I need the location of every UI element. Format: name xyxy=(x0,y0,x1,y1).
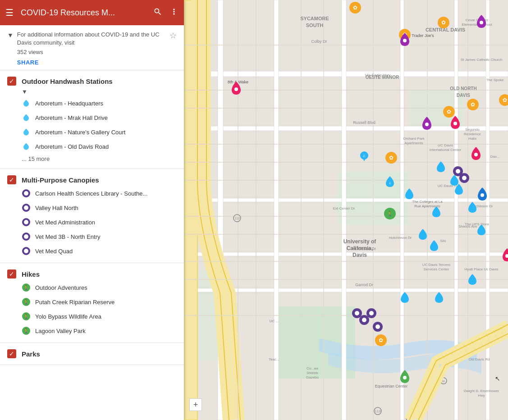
svg-point-129 xyxy=(453,122,457,125)
search-icon[interactable] xyxy=(153,7,162,18)
svg-text:Equestrian Center: Equestrian Center xyxy=(375,384,408,388)
map-background: Colby Dr Russell Blvd Hutchison Dr Garro… xyxy=(184,0,508,420)
svg-text:Ext Center Dr: Ext Center Dr xyxy=(333,206,355,210)
svg-point-131 xyxy=(480,21,483,24)
map-container[interactable]: Colby Dr Russell Blvd Hutchison Dr Garro… xyxy=(184,0,508,420)
svg-text:113: 113 xyxy=(375,409,381,413)
list-item[interactable]: 🚶 Outdoor Adventures xyxy=(0,280,184,295)
hiker-icon: 🚶 xyxy=(22,312,31,321)
location-name: Lagoon Valley Park xyxy=(35,328,86,334)
category-outdoor-handwash: ✓ Outdoor Handwash Stations ▼ Arboretum … xyxy=(0,70,184,169)
svg-text:✿: ✿ xyxy=(503,97,507,103)
water-icon xyxy=(22,99,31,108)
svg-text:UC Davis: UC Davis xyxy=(438,143,453,147)
list-item[interactable]: Arboretum - Mrak Hall Drive xyxy=(0,110,184,125)
list-item[interactable]: Vet Med Quad xyxy=(0,244,184,258)
checkbox-hikes[interactable]: ✓ xyxy=(7,269,16,278)
expand-handwash[interactable]: ▼ xyxy=(0,87,184,96)
svg-text:California,: California, xyxy=(347,245,373,251)
svg-point-117 xyxy=(355,311,359,315)
svg-point-123 xyxy=(375,324,380,329)
list-item[interactable]: Vet Med 3B - North Entry xyxy=(0,229,184,244)
more-options-icon[interactable] xyxy=(169,7,178,18)
list-item[interactable]: Valley Hall North xyxy=(0,201,184,215)
info-text: For additional information about COVID-1… xyxy=(17,31,166,47)
svg-text:Teac...: Teac... xyxy=(269,357,279,361)
list-item[interactable]: Arboretum - Nature's Gallery Court xyxy=(0,125,184,139)
category-parks: ✓ Parks xyxy=(0,343,184,365)
category-title-handwash: Outdoor Handwash Stations xyxy=(22,78,177,85)
svg-text:Hyatt Place Uc Davis: Hyatt Place Uc Davis xyxy=(464,267,498,271)
category-header-parks: ✓ Parks xyxy=(0,347,184,360)
checkbox-canopies[interactable]: ✓ xyxy=(7,175,16,184)
svg-text:Vic Fazio Hwy: Vic Fazio Hwy xyxy=(365,73,391,78)
svg-text:Garrod Dr: Garrod Dr xyxy=(355,283,373,287)
svg-text:DAVIS: DAVIS xyxy=(457,93,470,98)
expand-icon-handwash: ▼ xyxy=(22,88,27,95)
info-section: ▼ For additional information about COVID… xyxy=(0,25,184,70)
list-item[interactable]: Vet Med Administration xyxy=(0,215,184,229)
category-title-canopies: Multi-Purpose Canopies xyxy=(22,176,177,184)
checkbox-outdoor-handwash[interactable]: ✓ xyxy=(7,77,16,86)
star-icon[interactable]: ☆ xyxy=(169,31,177,41)
menu-icon[interactable]: ☰ xyxy=(5,7,14,18)
svg-rect-14 xyxy=(400,0,404,420)
svg-point-132 xyxy=(481,193,484,197)
canopy-icon xyxy=(22,203,31,212)
list-item[interactable]: Arboretum - Old Davis Road xyxy=(0,139,184,154)
category-hikes: ✓ Hikes 🚶 Outdoor Adventures 🚶 Putah Cre… xyxy=(0,263,184,343)
hiker-icon: 🚶 xyxy=(22,297,31,306)
list-item[interactable]: 🚶 Yolo Bypass Wildlife Area xyxy=(0,309,184,324)
svg-text:The Spoke: The Spoke xyxy=(486,78,504,82)
map-zoom-in-button[interactable]: + xyxy=(189,398,202,411)
collapse-icon[interactable]: ▼ xyxy=(7,32,14,39)
svg-point-126 xyxy=(234,87,238,91)
svg-text:Davis: Davis xyxy=(352,252,367,258)
svg-point-115 xyxy=(462,176,467,180)
sidebar-content: ▼ For additional information about COVID… xyxy=(0,25,184,420)
hiker-icon: 🚶 xyxy=(22,283,31,292)
svg-text:80: 80 xyxy=(442,380,445,383)
svg-text:🚶: 🚶 xyxy=(387,210,393,217)
svg-point-130 xyxy=(474,153,478,156)
location-name: Vet Med 3B - North Entry xyxy=(35,233,101,240)
location-name: Putah Creek Riparian Reserve xyxy=(35,299,114,306)
svg-text:💧: 💧 xyxy=(388,181,392,185)
list-item[interactable]: Carlson Health Sciences Library - Southe… xyxy=(0,186,184,201)
canopy-icon xyxy=(22,218,31,227)
svg-text:Dwight D. Eisenhower: Dwight D. Eisenhower xyxy=(464,389,499,393)
svg-point-127 xyxy=(403,39,407,42)
svg-text:✿: ✿ xyxy=(379,337,383,343)
svg-text:UC ...: UC ... xyxy=(270,319,279,323)
svg-text:St James Catholic Church: St James Catholic Church xyxy=(461,58,502,62)
water-icon xyxy=(22,142,31,151)
list-item[interactable]: 🚶 Lagoon Valley Park xyxy=(0,324,184,338)
svg-text:Services Center: Services Center xyxy=(424,267,449,271)
svg-text:Shields Ave: Shields Ave xyxy=(458,224,477,228)
list-item[interactable]: 🚶 Putah Creek Riparian Reserve xyxy=(0,295,184,309)
checkbox-parks[interactable]: ✓ xyxy=(7,349,16,358)
svg-text:Segundo: Segundo xyxy=(465,128,480,132)
location-name: Yolo Bypass Wildlife Area xyxy=(35,313,101,320)
svg-text:Hutchinson Dr: Hutchinson Dr xyxy=(389,236,412,240)
svg-text:The Colleges at La: The Colleges at La xyxy=(412,200,443,204)
water-icon xyxy=(22,113,31,122)
category-header-handwash: ✓ Outdoor Handwash Stations xyxy=(0,75,184,87)
more-items-handwash[interactable]: ... 15 more xyxy=(0,154,184,164)
svg-text:✿: ✿ xyxy=(447,109,451,115)
svg-text:Hwy: Hwy xyxy=(478,393,485,397)
svg-text:✿: ✿ xyxy=(441,19,446,26)
svg-text:University of: University of xyxy=(343,238,377,245)
category-title-parks: Parks xyxy=(22,350,177,358)
list-item[interactable]: Arboretum - Headquarters xyxy=(0,96,184,110)
hiker-icon: 🚶 xyxy=(22,326,31,335)
share-link[interactable]: SHARE xyxy=(17,59,39,66)
svg-text:↖: ↖ xyxy=(495,375,500,382)
svg-text:International Center: International Center xyxy=(430,148,462,152)
svg-text:Residence: Residence xyxy=(464,132,481,136)
sidebar: ☰ COVID-19 Resources M... ▼ For addition… xyxy=(0,0,184,420)
svg-text:Colby Dr: Colby Dr xyxy=(311,39,327,44)
svg-text:Trader Joe's: Trader Joe's xyxy=(412,33,434,38)
svg-text:Russell Blvd: Russell Blvd xyxy=(353,120,375,125)
svg-text:Apartments: Apartments xyxy=(405,141,423,145)
